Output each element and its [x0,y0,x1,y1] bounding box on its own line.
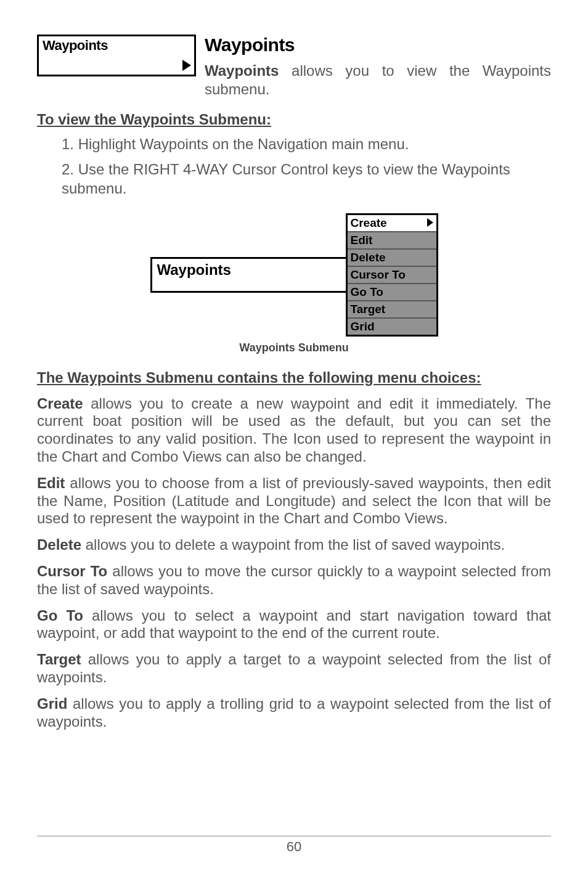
figure-caption: Waypoints Submenu [37,341,551,354]
para-edit: Edit allows you to choose from a list of… [37,475,551,528]
para-cursor-to: Cursor To allows you to move the cursor … [37,563,551,598]
step-1: 1. Highlight Waypoints on the Navigation… [62,134,551,153]
submenu-box: Create Edit Delete Cursor To Go To Targe… [346,213,438,337]
para-go-to: Go To allows you to select a waypoint an… [37,607,551,643]
para-target: Target allows you to apply a target to a… [37,651,551,687]
waypoints-menu-label: Waypoints [43,38,108,54]
waypoints-submenu-figure: Waypoints Create Edit Delete Cursor To G… [150,213,438,337]
submenu-item-create: Create [348,215,436,232]
arrow-right-icon [427,216,433,230]
waypoints-menu-item-graphic: Waypoints [37,35,196,76]
intro-bold: Waypoints [205,62,279,79]
page-number: 60 [287,839,301,854]
figure-box-label: Waypoints [157,261,231,279]
choices-heading: The Waypoints Submenu contains the follo… [37,369,551,386]
submenu-item-target: Target [348,301,436,319]
page-footer: 60 [37,836,551,855]
para-delete: Delete allows you to delete a waypoint f… [37,536,551,554]
intro-paragraph: Waypoints allows you to view the Waypoin… [205,62,551,99]
submenu-item-cursor-to: Cursor To [348,267,436,284]
section-title: Waypoints [205,35,551,55]
submenu-item-edit: Edit [348,232,436,250]
procedure-steps: 1. Highlight Waypoints on the Navigation… [37,134,551,198]
step-2: 2. Use the RIGHT 4-WAY Cursor Control ke… [62,160,551,198]
submenu-item-delete: Delete [348,250,436,267]
svg-marker-0 [182,60,191,71]
submenu-item-go-to: Go To [348,284,436,301]
figure-waypoints-box: Waypoints [150,257,348,293]
svg-marker-1 [427,218,433,227]
procedure-heading: To view the Waypoints Submenu: [37,111,551,128]
submenu-item-grid: Grid [348,319,436,335]
para-create: Create allows you to create a new waypoi… [37,395,551,466]
para-grid: Grid allows you to apply a trolling grid… [37,695,551,731]
arrow-right-icon [182,60,191,73]
